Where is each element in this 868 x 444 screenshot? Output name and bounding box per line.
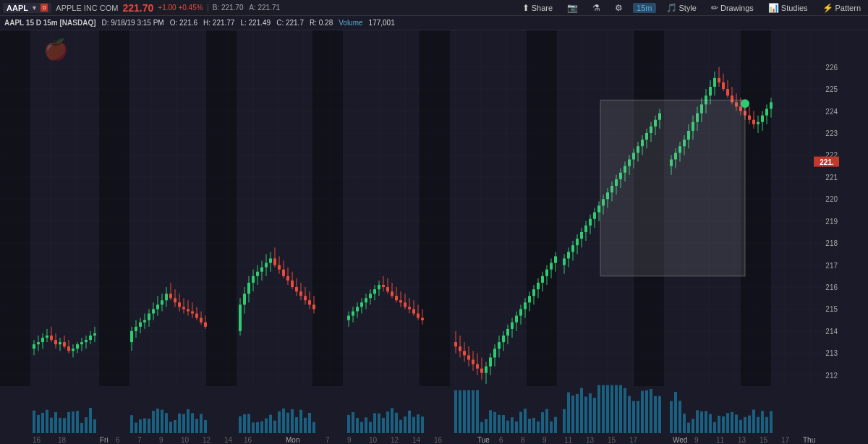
settings-button[interactable]: ⚙: [610, 1, 627, 14]
gear-icon: ⚙: [615, 3, 623, 13]
share-button[interactable]: ⬆ Share: [518, 1, 557, 14]
chart-area[interactable]: 🍎 221. 226225224223222221220219218217216…: [0, 30, 868, 444]
flask-icon: ⚗: [592, 3, 600, 13]
pattern-icon: ⚡: [822, 3, 833, 13]
date-info: D: 9/18/19 3:15 PM: [102, 19, 164, 27]
studies-button[interactable]: 📊 Studies: [764, 1, 812, 14]
company-name: APPLE INC COM: [56, 4, 118, 12]
drawings-icon: ✏: [711, 3, 718, 13]
current-price: 221.70: [123, 2, 154, 14]
chart-label: AAPL 15 D 15m [NASDAQ]: [4, 19, 96, 27]
volume-value: 177,001: [369, 19, 395, 27]
symbol-selector[interactable]: AAPL ▼ 0: [3, 3, 51, 13]
studies-icon: 📊: [768, 3, 779, 13]
pattern-button[interactable]: ⚡ Pattern: [818, 1, 865, 14]
analysis-button[interactable]: ⚗: [588, 1, 605, 14]
style-button[interactable]: 🎵 Style: [662, 1, 701, 14]
bid-ask-info: B: 221.70 A: 221.71: [208, 4, 280, 12]
camera-icon: 📷: [567, 3, 578, 13]
high-info: H: 221.77: [203, 19, 234, 27]
interval-selector[interactable]: 15m: [633, 3, 655, 13]
price-change: +1.00 +0.45%: [158, 4, 203, 12]
share-icon: ⬆: [522, 3, 529, 13]
volume-label: Volume: [339, 19, 362, 27]
style-icon: 🎵: [666, 3, 677, 13]
close-info: C: 221.7: [276, 19, 304, 27]
screenshot-button[interactable]: 📷: [563, 1, 582, 14]
symbol-dropdown-icon: ▼: [31, 4, 38, 12]
open-info: O: 221.6: [170, 19, 197, 27]
subtitle-bar: AAPL 15 D 15m [NASDAQ] D: 9/18/19 3:15 P…: [0, 16, 868, 30]
top-bar: AAPL ▼ 0 APPLE INC COM 221.70 +1.00 +0.4…: [0, 0, 868, 16]
toolbar-right: ⬆ Share 📷 ⚗ ⚙ 15m 🎵 Style ✏ Drawings 📊 S…: [518, 1, 865, 14]
apple-watermark: 🍎: [43, 38, 69, 61]
range-info: R: 0.28: [310, 19, 333, 27]
candlestick-chart[interactable]: [0, 30, 839, 444]
low-info: L: 221.49: [240, 19, 271, 27]
drawings-button[interactable]: ✏ Drawings: [707, 1, 758, 14]
symbol-text: AAPL: [7, 4, 28, 12]
alert-flag: 0: [41, 4, 48, 12]
